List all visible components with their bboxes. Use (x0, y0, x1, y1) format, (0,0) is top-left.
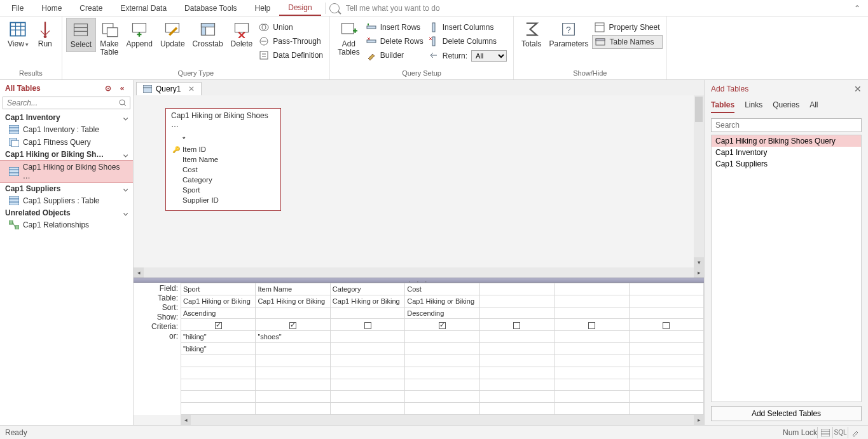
select-query-button[interactable]: Select (66, 18, 96, 52)
scroll-left-icon[interactable]: ◂ (181, 415, 191, 425)
grid-cell[interactable] (479, 391, 554, 403)
grid-cell[interactable] (629, 319, 703, 331)
menu-help[interactable]: Help (246, 1, 280, 15)
vertical-scrollbar[interactable]: ▾ (694, 95, 704, 267)
grid-cell[interactable] (555, 295, 629, 307)
field-item[interactable]: Sport (169, 185, 278, 195)
grid-cell[interactable] (405, 319, 479, 331)
make-table-button[interactable]: Make Table (96, 18, 122, 59)
nav-dropdown-icon[interactable]: ⊙ (102, 84, 114, 93)
add-tables-tab[interactable]: Queries (773, 100, 799, 113)
scroll-left-icon[interactable]: ◂ (134, 267, 144, 278)
close-icon[interactable]: ✕ (854, 84, 862, 94)
tab-query1[interactable]: Query1 ✕ (136, 82, 202, 95)
add-tables-tab[interactable]: Tables (711, 100, 734, 113)
field-item[interactable]: Item Name (169, 154, 278, 165)
nav-group[interactable]: Unrelated Objects⌵ (0, 207, 133, 219)
grid-cell[interactable] (181, 367, 256, 379)
grid-cell[interactable] (330, 403, 404, 415)
menu-create[interactable]: Create (71, 1, 111, 15)
scroll-down-icon[interactable]: ▾ (694, 257, 704, 267)
grid-cell[interactable] (629, 355, 703, 367)
grid-cell[interactable] (629, 343, 703, 355)
parameters-button[interactable]: ? Parameters (545, 18, 592, 51)
table-names-button[interactable]: Table Names (592, 35, 662, 49)
grid-cell[interactable] (629, 307, 703, 319)
add-tables-list-item[interactable]: Cap1 Suppliers (712, 158, 861, 170)
menu-external-data[interactable]: External Data (111, 1, 176, 15)
grid-cell[interactable] (479, 283, 554, 295)
grid-cell[interactable] (330, 319, 404, 331)
datasheet-view-icon[interactable] (817, 427, 832, 438)
grid-cell[interactable] (555, 331, 629, 343)
grid-cell[interactable]: Ascending (181, 307, 256, 319)
add-selected-tables-button[interactable]: Add Selected Tables (711, 406, 862, 421)
add-tables-tab[interactable]: All (809, 100, 818, 113)
return-select[interactable]: All (471, 50, 507, 62)
grid-cell[interactable] (629, 403, 703, 415)
grid-cell[interactable] (256, 367, 330, 379)
grid-cell[interactable] (629, 283, 703, 295)
table-field-list[interactable]: Cap1 Hiking or Biking Shoes … *🔑Item IDI… (165, 108, 281, 211)
grid-cell[interactable]: Sport (181, 283, 256, 295)
field-item[interactable]: Category (169, 175, 278, 185)
field-item[interactable]: * (169, 134, 278, 144)
grid-cell[interactable]: Category (330, 283, 404, 295)
grid-cell[interactable] (405, 379, 479, 391)
grid-cell[interactable] (479, 307, 554, 319)
search-icon[interactable] (116, 97, 130, 109)
property-sheet-button[interactable]: Property Sheet (592, 21, 662, 34)
add-tables-search[interactable]: Search (711, 118, 862, 132)
grid-cell[interactable] (555, 343, 629, 355)
add-tables-tab[interactable]: Links (745, 100, 762, 113)
run-button[interactable]: Run (32, 18, 58, 51)
add-tables-list[interactable]: Cap1 Hiking or Biking Shoes QueryCap1 In… (711, 135, 862, 402)
grid-cell[interactable] (405, 391, 479, 403)
insert-columns-button[interactable]: Insert Columns (426, 21, 509, 34)
data-definition-button[interactable]: Data Definition (256, 49, 326, 62)
grid-cell[interactable] (405, 403, 479, 415)
scroll-right-icon[interactable]: ▸ (694, 415, 704, 425)
scroll-right-icon[interactable]: ▸ (694, 267, 704, 278)
grid-cell[interactable] (555, 391, 629, 403)
totals-button[interactable]: Totals (518, 18, 545, 51)
grid-cell[interactable] (479, 355, 554, 367)
query-design-surface[interactable]: Cap1 Hiking or Biking Shoes … *🔑Item IDI… (134, 95, 704, 267)
grid-cell[interactable] (256, 403, 330, 415)
grid-table[interactable]: SportItem NameCategoryCostCap1 Hiking or… (181, 283, 704, 415)
grid-cell[interactable] (629, 331, 703, 343)
grid-cell[interactable] (256, 343, 330, 355)
grid-cell[interactable]: Item Name (256, 283, 330, 295)
builder-button[interactable]: Builder (364, 49, 426, 62)
grid-cell[interactable] (479, 367, 554, 379)
grid-cell[interactable] (256, 319, 330, 331)
grid-cell[interactable] (330, 307, 404, 319)
nav-header[interactable]: All Tables ⊙ « (0, 80, 133, 97)
grid-cell[interactable]: "biking" (181, 343, 256, 355)
grid-cell[interactable] (555, 307, 629, 319)
grid-cell[interactable] (555, 283, 629, 295)
add-tables-list-item[interactable]: Cap1 Hiking or Biking Shoes Query (712, 135, 861, 147)
insert-rows-button[interactable]: Insert Rows (364, 21, 426, 34)
ribbon-collapse-icon[interactable]: ⌃ (854, 4, 865, 13)
delete-rows-button[interactable]: Delete Rows (364, 35, 426, 48)
grid-cell[interactable] (256, 307, 330, 319)
grid-cell[interactable] (330, 355, 404, 367)
delete-query-button[interactable]: Delete (227, 18, 257, 51)
grid-cell[interactable] (256, 391, 330, 403)
grid-cell[interactable] (629, 295, 703, 307)
grid-cell[interactable] (330, 367, 404, 379)
grid-cell[interactable] (181, 391, 256, 403)
grid-cell[interactable] (479, 319, 554, 331)
nav-item[interactable]: Cap1 Inventory : Table (0, 123, 133, 136)
grid-cell[interactable] (479, 379, 554, 391)
field-item[interactable]: 🔑Item ID (169, 144, 278, 154)
grid-cell[interactable] (330, 379, 404, 391)
grid-cell[interactable] (330, 343, 404, 355)
field-item[interactable]: Cost (169, 165, 278, 175)
grid-cell[interactable] (555, 403, 629, 415)
sql-view-button[interactable]: SQL (832, 427, 848, 438)
grid-cell[interactable]: "hiking" (181, 331, 256, 343)
grid-cell[interactable]: Cap1 Hiking or Biking (256, 295, 330, 307)
grid-cell[interactable] (256, 355, 330, 367)
